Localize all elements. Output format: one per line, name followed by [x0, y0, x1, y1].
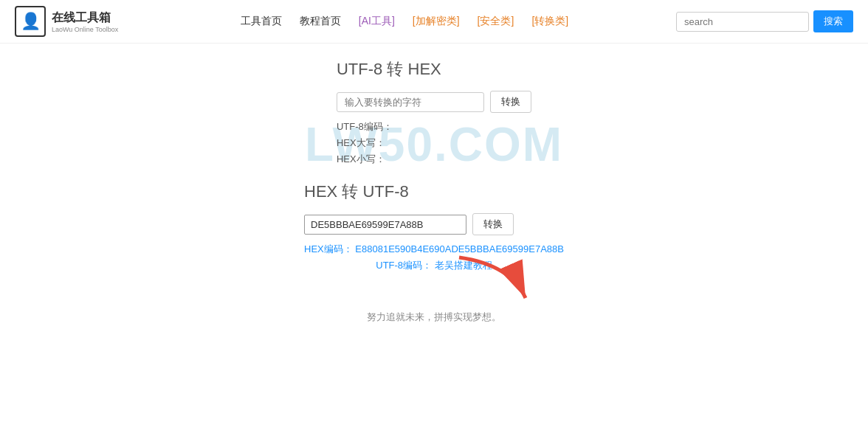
nav-convert[interactable]: [转换类]	[531, 15, 568, 28]
hex-result-block: HEX编码： E88081E590B4E690ADE5BBBAE69599E7A…	[304, 243, 564, 272]
center-content: UTF-8 转 HEX 转换 UTF-8编码： HEX大写： HEX小写：	[0, 44, 868, 288]
hex-upper-label: HEX大写：	[337, 137, 385, 148]
utf8-to-hex-section: UTF-8 转 HEX 转换 UTF-8编码： HEX大写： HEX小写：	[337, 58, 531, 169]
utf8-encoding-label: UTF-8编码：	[337, 121, 393, 132]
hex-lower-label: HEX小写：	[337, 153, 385, 164]
nav-ai-tools[interactable]: [AI工具]	[359, 15, 395, 28]
logo-en-text: LaoWu Online Toolbox	[52, 26, 118, 33]
search-area: 搜索	[676, 10, 853, 32]
header: 👤 在线工具箱 LaoWu Online Toolbox 工具首页 教程首页 […	[0, 0, 868, 44]
utf8-convert-button[interactable]: 转换	[490, 91, 531, 113]
hex-lower-line: HEX小写：	[337, 153, 531, 166]
utf8-result-label: UTF-8编码：	[376, 260, 432, 271]
nav-tutorials-home[interactable]: 教程首页	[300, 15, 341, 28]
logo-avatar-icon: 👤	[21, 12, 41, 31]
hex-encoding-line: HEX编码： E88081E590B4E690ADE5BBBAE69599E7A…	[304, 243, 564, 256]
hex-to-utf8-title: HEX 转 UTF-8	[304, 181, 564, 203]
content-wrapper: LW50.COM UTF-8 转 HEX 转换 UTF-8编码： HEX大写：	[0, 44, 868, 288]
utf8-result-value: 老吴搭建教程	[435, 260, 492, 271]
hex-input[interactable]	[304, 215, 466, 235]
search-input[interactable]	[676, 12, 809, 32]
hex-encoding-label: HEX编码：	[304, 243, 353, 254]
utf8-result-line: UTF-8编码： 老吴搭建教程	[304, 259, 564, 272]
nav-tools-home[interactable]: 工具首页	[241, 15, 282, 28]
utf8-input[interactable]	[337, 92, 484, 112]
nav-crypto[interactable]: [加解密类]	[413, 15, 460, 28]
utf8-encoding-line: UTF-8编码：	[337, 120, 531, 134]
main-nav: 工具首页 教程首页 [AI工具] [加解密类] [安全类] [转换类]	[133, 15, 676, 28]
nav-security[interactable]: [安全类]	[478, 15, 514, 28]
footer-text: 努力追就未来，拼搏实现梦想。	[367, 311, 501, 322]
utf8-to-hex-title: UTF-8 转 HEX	[337, 58, 531, 80]
hex-input-row: 转换	[304, 213, 564, 235]
hex-upper-line: HEX大写：	[337, 136, 531, 150]
hex-encoding-value: E88081E590B4E690ADE5BBBAE69599E7A88B	[355, 243, 564, 254]
search-button[interactable]: 搜索	[813, 10, 853, 32]
logo-text: 在线工具箱 LaoWu Online Toolbox	[52, 10, 118, 33]
main-content: UTF-8 转 HEX 转换 UTF-8编码： HEX大写： HEX小写：	[304, 44, 564, 288]
logo-cn-text: 在线工具箱	[52, 10, 118, 26]
logo-icon: 👤	[15, 6, 46, 37]
utf8-input-row: 转换	[337, 91, 531, 113]
hex-to-utf8-section: HEX 转 UTF-8 转换 HEX编码： E88081E590B4E690AD…	[304, 181, 564, 272]
hex-convert-button[interactable]: 转换	[472, 213, 514, 235]
footer: 努力追就未来，拼搏实现梦想。	[0, 288, 868, 331]
logo-area: 👤 在线工具箱 LaoWu Online Toolbox	[15, 6, 133, 37]
